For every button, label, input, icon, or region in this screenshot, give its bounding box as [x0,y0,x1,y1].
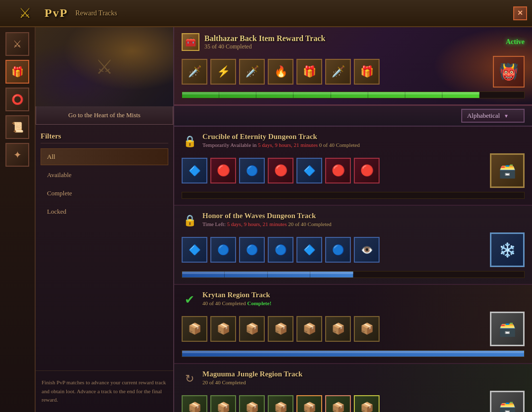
reward-item[interactable]: 📦 [182,395,207,412]
reward-item[interactable]: 🔥 [268,59,293,85]
track-crucible: 🔒 Crucible of Eternity Dungeon Track Tem… [174,127,532,206]
maguuma-progress: 20 of 40 Completed [202,379,246,385]
active-track-name: Balthazar Back Item Reward Track [204,34,501,43]
active-track-info: Balthazar Back Item Reward Track 35 of 4… [204,34,501,50]
active-badge: Active [506,38,525,46]
reward-item[interactable]: 📦 [268,316,293,342]
sort-bar: Alphabetical ▼ [174,106,532,127]
reward-item[interactable]: 📦 [354,316,380,342]
reward-item[interactable]: 🔵 [239,158,265,183]
tick [405,92,442,98]
lock-icon: 🔒 [182,213,197,229]
krytan-name: Krytan Region Track [202,291,271,299]
filter-locked[interactable]: Locked [41,203,168,220]
time-value: 5 days, 9 hours, 21 minutes [258,142,318,148]
reward-item[interactable]: 🔵 [268,237,293,263]
reward-item[interactable]: 📦 [210,316,236,342]
reward-item-final[interactable]: 👹 [493,56,525,88]
reward-item[interactable]: 📦 [268,395,293,412]
time-value: 5 days, 9 hours, 21 minutes [227,221,287,227]
honor-progress: 20 of 40 Completed [288,221,332,227]
tick [368,92,405,98]
reward-item[interactable]: 🎁 [354,59,380,85]
reward-item[interactable]: 🗡️ [325,59,351,85]
chevron-down-icon: ▼ [504,113,509,119]
reward-item[interactable]: ⚡ [210,59,236,85]
sidebar-icon-chest[interactable]: 🎁 [5,60,29,84]
tick [256,92,293,98]
reward-item[interactable]: 🗡️ [239,59,265,85]
tracks-scroll[interactable]: 🔒 Crucible of Eternity Dungeon Track Tem… [174,127,532,412]
maguuma-name: Maguuma Jungle Region Track [202,370,302,378]
reward-item[interactable]: 🔵 [239,237,265,263]
filter-all[interactable]: All [41,148,168,165]
tick [442,92,480,98]
maguuma-info: Maguuma Jungle Region Track 20 of 40 Com… [202,370,302,385]
reward-item[interactable]: 👁️ [354,237,380,263]
reward-item-final[interactable]: 🗃️ [490,312,525,346]
sidebar-icon-crossed[interactable]: ✦ [5,143,29,167]
tick [268,272,310,277]
tick [331,92,368,98]
reward-item-final[interactable]: 🗃️ [490,153,525,188]
reward-item[interactable]: 📦 [325,395,351,412]
sidebar-icon-sword[interactable]: ⚔ [5,32,29,56]
crucible-header: 🔒 Crucible of Eternity Dungeon Track Tem… [182,133,525,149]
track-honor-waves: 🔒 Honor of the Waves Dungeon Track Time … [174,206,532,285]
reward-item[interactable]: 📦 [296,395,322,412]
crucible-info: Crucible of Eternity Dungeon Track Tempo… [202,133,360,148]
hint-text: Finish PvP matches to advance your curre… [36,370,173,412]
reward-item[interactable]: 🗡️ [182,59,207,85]
reward-item[interactable]: 🔴 [325,158,351,183]
active-track-fill [182,92,480,98]
close-button[interactable]: ✕ [513,6,527,20]
reward-item-final[interactable]: 🗃️ [490,391,525,412]
krytan-sub: 40 of 40 Completed Complete! [202,300,271,306]
reward-item-final[interactable]: ❄️ [490,232,525,267]
reward-item[interactable]: 📦 [182,316,207,342]
filter-complete[interactable]: Complete [41,185,168,202]
window-subtitle: Reward Tracks [75,9,117,17]
reward-item[interactable]: 📦 [354,395,380,412]
reward-item[interactable]: 🔷 [296,237,322,263]
sort-dropdown-label: Alphabetical [467,112,500,120]
active-track-rewards: 🗡️ ⚡ 🗡️ 🔥 🎁 🗡️ 🎁 👹 [182,56,525,88]
active-track: 🧰 Balthazar Back Item Reward Track 35 of… [174,27,532,106]
maguuma-sub: 20 of 40 Completed [202,379,302,385]
active-track-header: 🧰 Balthazar Back Item Reward Track 35 of… [182,33,525,51]
left-panel: Go to the Heart of the Mists Filters All… [36,27,174,412]
reward-item[interactable]: 🔷 [182,158,207,183]
reward-item[interactable]: 🔴 [268,158,293,183]
sidebar-icon-scroll[interactable]: 📜 [5,115,29,139]
reward-item[interactable]: 🔵 [210,237,236,263]
time-label: Temporarily Available in [202,142,257,148]
reward-item[interactable]: 📦 [239,395,265,412]
reward-item[interactable]: 🔷 [182,237,207,263]
track-krytan: ✔ Krytan Region Track 40 of 40 Completed… [174,285,532,364]
reward-item[interactable]: 📦 [210,395,236,412]
reward-item[interactable]: 🔵 [325,237,351,263]
filter-available[interactable]: Available [41,167,168,183]
maguuma-rewards: 📦 📦 📦 📦 📦 📦 📦 🗃️ [182,391,525,412]
reward-item[interactable]: 🔴 [354,158,380,183]
honor-info: Honor of the Waves Dungeon Track Time Le… [202,212,332,227]
progress-ticks [182,92,480,98]
filters-title: Filters [41,130,168,143]
go-to-mists-button[interactable]: Go to the Heart of the Mists [36,106,173,125]
sidebar-icon-ring[interactable]: ⭕ [5,88,29,111]
tick [310,272,353,277]
track-maguuma: ↻ Maguuma Jungle Region Track 20 of 40 C… [174,364,532,412]
honor-name: Honor of the Waves Dungeon Track [202,212,332,220]
honor-header: 🔒 Honor of the Waves Dungeon Track Time … [182,212,525,229]
reward-item[interactable]: 📦 [296,316,322,342]
refresh-icon: ↻ [182,371,197,387]
reward-item[interactable]: 🔷 [296,158,322,183]
pvp-title: PvP [45,6,68,20]
reward-item[interactable]: 📦 [239,316,265,342]
sort-dropdown[interactable]: Alphabetical ▼ [461,109,525,123]
reward-item[interactable]: 🔴 [210,158,236,183]
krytan-fill [182,351,524,357]
reward-item[interactable]: 📦 [325,316,351,342]
krytan-progress-bar [182,350,525,357]
reward-item[interactable]: 🎁 [296,59,322,85]
